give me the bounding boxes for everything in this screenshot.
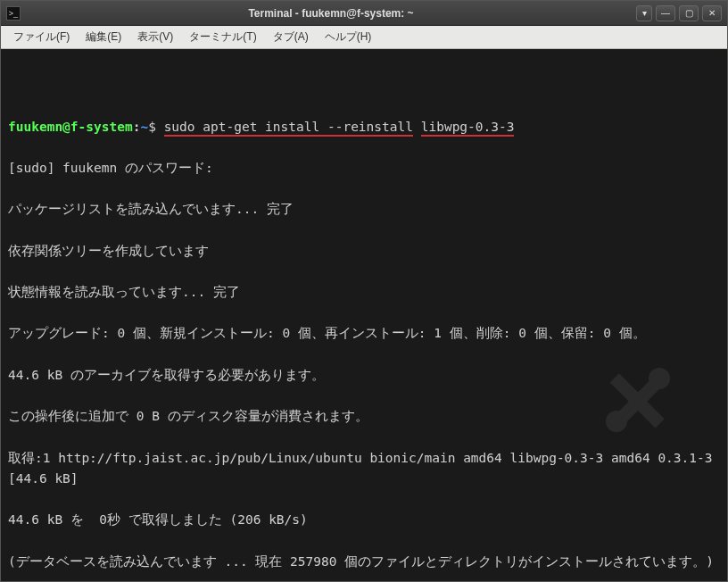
output-line: アップグレード: 0 個、新規インストール: 0 個、再インストール: 1 個、…: [8, 323, 720, 344]
window-title: Terminal - fuukemn@f-system: ~: [26, 7, 636, 20]
minimize-button[interactable]: —: [656, 5, 675, 21]
maximize-button[interactable]: ▢: [679, 5, 699, 21]
prompt-line-1: fuukemn@f-system:~$ sudo apt-get install…: [8, 117, 720, 137]
prompt-path: ~: [140, 120, 148, 134]
command-1a: sudo apt-get install --reinstall: [164, 120, 413, 137]
menu-file[interactable]: ファイル(F): [6, 28, 77, 46]
output-line: 44.6 kB のアーカイブを取得する必要があります。: [8, 365, 720, 386]
menubar: ファイル(F) 編集(E) 表示(V) ターミナル(T) タブ(A) ヘルプ(H…: [1, 26, 727, 49]
menu-help[interactable]: ヘルプ(H): [318, 28, 379, 46]
output-line: [sudo] fuukemn のパスワード:: [8, 158, 720, 179]
dropdown-button[interactable]: ▾: [636, 5, 652, 21]
terminal-icon: >_: [6, 6, 21, 21]
titlebar: >_ Terminal - fuukemn@f-system: ~ ▾ — ▢ …: [1, 1, 727, 26]
output-line: (データベースを読み込んでいます ... 現在 257980 個のファイルとディ…: [8, 552, 720, 572]
prompt-user: fuukemn@f-system: [8, 120, 133, 134]
menu-terminal[interactable]: ターミナル(T): [182, 28, 263, 46]
menu-edit[interactable]: 編集(E): [79, 28, 128, 46]
menu-tabs[interactable]: タブ(A): [266, 28, 316, 46]
terminal-body[interactable]: fuukemn@f-system:~$ sudo apt-get install…: [1, 49, 727, 581]
prompt-symbol: $: [148, 120, 156, 134]
command-1b: libwpg-0.3-3: [421, 120, 515, 137]
terminal-window: >_ Terminal - fuukemn@f-system: ~ ▾ — ▢ …: [0, 0, 728, 582]
output-line: パッケージリストを読み込んでいます... 完了: [8, 199, 720, 220]
output-line: この操作後に追加で 0 B のディスク容量が消費されます。: [8, 406, 720, 427]
menu-view[interactable]: 表示(V): [130, 28, 180, 46]
output-line: 状態情報を読み取っています... 完了: [8, 282, 720, 303]
output-line: 44.6 kB を 0秒 で取得しました (206 kB/s): [8, 510, 720, 530]
close-button[interactable]: ✕: [702, 5, 722, 21]
window-controls: ▾ — ▢ ✕: [636, 5, 722, 21]
output-line: 依存関係ツリーを作成しています: [8, 241, 720, 262]
output-line: 取得:1 http://ftp.jaist.ac.jp/pub/Linux/ub…: [8, 448, 720, 489]
